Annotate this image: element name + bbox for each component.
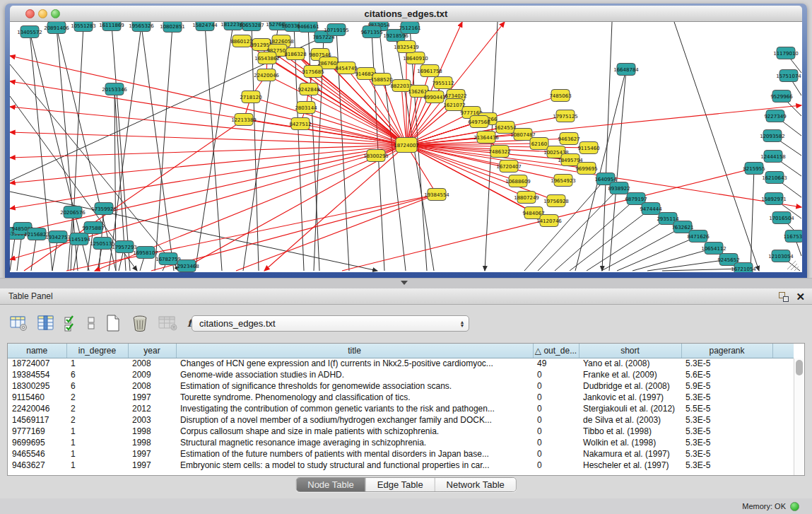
citation-edge-red[interactable] (10, 145, 406, 183)
tab-node-table[interactable]: Node Table (296, 478, 365, 491)
graph-node[interactable]: 10654112 (701, 243, 726, 255)
graph-node[interactable]: 18640910 (403, 52, 428, 64)
row-height-icon[interactable] (87, 315, 95, 332)
graph-node[interactable]: 16648784 (613, 64, 639, 76)
graph-node[interactable]: 9466161 (297, 22, 319, 33)
graph-node[interactable]: 8454749 (335, 62, 357, 74)
graph-node[interactable]: 12103054 (768, 250, 794, 262)
graph-node[interactable]: 12093582 (760, 130, 785, 142)
graph-node[interactable]: 22420046 (254, 69, 279, 81)
graph-node[interactable]: 8990443 (423, 91, 445, 103)
citation-edge-black[interactable] (601, 227, 683, 271)
citation-edge-red[interactable] (406, 22, 505, 145)
close-window-button[interactable] (25, 9, 35, 18)
citation-edge-black[interactable] (88, 228, 93, 271)
graph-node[interactable]: 12923468 (174, 260, 199, 272)
citation-edge-black[interactable] (252, 25, 259, 271)
select-checkboxes-icon[interactable] (64, 314, 78, 332)
table-row[interactable]: 946362711997Embryonic stem cells: a mode… (8, 460, 794, 471)
graph-node[interactable]: 19756928 (543, 195, 569, 207)
graph-node[interactable]: 15824744 (192, 22, 218, 31)
column-header-title[interactable]: title (176, 344, 533, 358)
table-row[interactable]: 911546021997Tourette syndrome. Phenomeno… (8, 392, 794, 403)
show-columns-icon[interactable] (37, 315, 54, 332)
memory-ok-indicator[interactable] (790, 502, 799, 511)
new-column-icon[interactable] (105, 314, 122, 332)
graph-node[interactable]: 2718120 (240, 91, 261, 103)
graph-node[interactable]: 15892971 (761, 193, 787, 205)
graph-node[interactable]: 1167533 (783, 230, 802, 243)
graph-node[interactable]: 10688609 (505, 175, 531, 187)
graph-node[interactable]: 18325419 (394, 41, 419, 53)
graph-node[interactable]: 18300295 (363, 150, 389, 162)
graph-node[interactable]: 10802851 (160, 22, 185, 33)
float-panel-icon[interactable] (779, 292, 789, 302)
graph-node[interactable]: 8938922 (608, 182, 630, 194)
table-mode-icon[interactable] (10, 315, 28, 332)
graph-node[interactable]: 16720407 (496, 160, 522, 173)
table-scrollbar-thumb[interactable] (796, 360, 803, 375)
delete-table-icon[interactable] (158, 315, 178, 332)
citation-edge-red[interactable] (236, 194, 437, 271)
table-scrollbar[interactable] (794, 358, 804, 475)
graph-node[interactable]: 10653287 (239, 22, 264, 31)
table-row[interactable]: 969969511998Structural magnetic resonanc… (8, 437, 794, 448)
graph-node[interactable]: 8215955 (743, 163, 765, 175)
collapse-handle-icon[interactable] (401, 281, 408, 285)
graph-node[interactable]: 16958107 (133, 247, 158, 259)
graph-node[interactable]: 11179010 (773, 47, 799, 59)
citation-edge-black[interactable] (555, 199, 636, 271)
graph-node[interactable]: 10551283 (71, 22, 96, 32)
graph-node[interactable]: 20206576 (60, 206, 86, 218)
graph-node[interactable]: 17975125 (553, 110, 578, 122)
graph-node[interactable]: 9474444 (640, 203, 662, 215)
citation-edge-black[interactable] (609, 69, 626, 271)
graph-node[interactable]: 9242848 (298, 83, 319, 95)
graph-node[interactable]: 8186328 (284, 48, 306, 60)
zoom-window-button[interactable] (51, 9, 60, 18)
graph-node[interactable]: 13405572 (17, 26, 42, 38)
graph-node[interactable]: 9671355 (360, 26, 382, 38)
graph-node[interactable]: 15751074 (776, 70, 801, 82)
graph-node[interactable]: 1588520 (370, 74, 392, 86)
network-canvas[interactable]: 1872400713405572208914061055128316111869… (10, 22, 802, 272)
citation-edge-black[interactable] (112, 25, 130, 271)
graph-node[interactable]: 16961758 (417, 65, 442, 77)
citation-edge-black[interactable] (195, 24, 233, 271)
citation-edge-red[interactable] (10, 132, 406, 145)
split-pane-divider[interactable] (0, 278, 812, 288)
table-row[interactable]: 977716911998Corpus callosum shape and si… (8, 426, 794, 437)
graph-node[interactable]: 7955112 (432, 77, 454, 89)
column-header-out_degree[interactable]: △ out_de... (533, 344, 579, 358)
graph-node[interactable]: 16111869 (99, 22, 124, 31)
column-header-pagerank[interactable]: pagerank (681, 344, 772, 358)
graph-node[interactable]: 16543862 (254, 52, 280, 64)
citation-edge-red[interactable] (309, 89, 406, 145)
graph-node[interactable]: 62160 (530, 138, 548, 150)
graph-node[interactable]: 12213389 (231, 114, 257, 126)
graph-node[interactable]: 16210643 (762, 172, 787, 184)
graph-node[interactable]: 8860123 (230, 35, 252, 47)
graph-node[interactable]: 19384554 (424, 189, 449, 201)
graph-node[interactable]: 19342757 (45, 231, 71, 243)
graph-node[interactable]: 20891406 (44, 22, 69, 34)
graph-node[interactable]: 9115460 (577, 142, 599, 154)
minimize-window-button[interactable] (38, 9, 47, 18)
table-select-combobox[interactable]: citations_edges.txt ▲▼ (192, 315, 469, 332)
graph-node[interactable]: 12444158 (760, 151, 786, 163)
table-row[interactable]: 2242004622012Investigating the contribut… (8, 403, 794, 414)
column-header-year[interactable]: year (128, 344, 176, 358)
citation-edge-black[interactable] (524, 179, 606, 271)
close-panel-icon[interactable]: ✕ (796, 288, 805, 305)
citation-edge-red[interactable] (10, 145, 406, 158)
graph-node[interactable]: 9463627 (558, 133, 579, 145)
graph-node[interactable]: 9699695 (575, 163, 597, 175)
citation-edge-red[interactable] (10, 145, 406, 259)
graph-node[interactable]: 9529966 (770, 90, 793, 103)
graph-node[interactable]: 18807249 (514, 192, 539, 204)
graph-node[interactable]: 19654923 (551, 175, 576, 187)
graph-node[interactable]: 8427512 (289, 118, 311, 130)
table-row[interactable]: 1872400712008Changes of HCN gene express… (8, 358, 794, 369)
graph-node[interactable]: 7485063 (549, 90, 571, 102)
graph-node[interactable]: 8471626 (687, 230, 710, 243)
